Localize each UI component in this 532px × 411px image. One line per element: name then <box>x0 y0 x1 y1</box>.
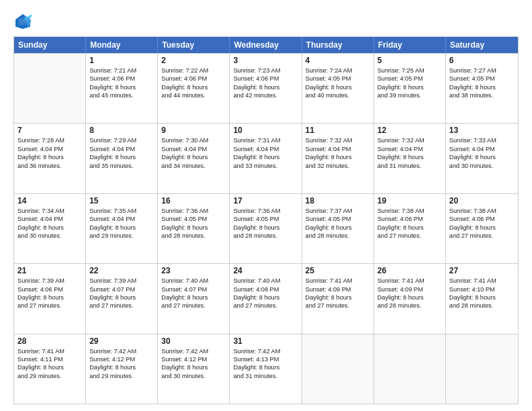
cal-cell: 21Sunrise: 7:39 AMSunset: 4:06 PMDayligh… <box>14 264 86 333</box>
cal-cell: 11Sunrise: 7:32 AMSunset: 4:04 PMDayligh… <box>302 124 374 193</box>
cal-header-friday: Friday <box>374 37 446 53</box>
cal-day-number: 14 <box>17 196 82 205</box>
cal-day-number: 13 <box>449 126 515 135</box>
cal-cell: 26Sunrise: 7:41 AMSunset: 4:09 PMDayligh… <box>374 264 446 333</box>
cal-day-number: 15 <box>89 196 154 205</box>
cal-day-number: 25 <box>306 266 370 275</box>
cal-day-number: 19 <box>378 196 442 205</box>
cal-cell-text: Sunrise: 7:32 AMSunset: 4:04 PMDaylight:… <box>378 136 442 170</box>
cal-cell: 4Sunrise: 7:24 AMSunset: 4:05 PMDaylight… <box>302 54 374 123</box>
cal-cell: 20Sunrise: 7:38 AMSunset: 4:06 PMDayligh… <box>446 194 518 263</box>
cal-cell-text: Sunrise: 7:35 AMSunset: 4:04 PMDaylight:… <box>89 207 154 240</box>
cal-day-number: 30 <box>161 336 226 346</box>
cal-cell-text: Sunrise: 7:36 AMSunset: 4:05 PMDaylight:… <box>233 207 298 240</box>
cal-cell <box>302 334 374 404</box>
cal-week-5: 28Sunrise: 7:41 AMSunset: 4:11 PMDayligh… <box>14 334 518 404</box>
cal-cell: 17Sunrise: 7:36 AMSunset: 4:05 PMDayligh… <box>230 194 302 263</box>
cal-cell: 5Sunrise: 7:25 AMSunset: 4:05 PMDaylight… <box>374 54 446 123</box>
cal-header-tuesday: Tuesday <box>158 37 230 53</box>
cal-cell-text: Sunrise: 7:41 AMSunset: 4:09 PMDaylight:… <box>378 277 442 310</box>
cal-day-number: 7 <box>17 126 82 135</box>
cal-week-3: 14Sunrise: 7:34 AMSunset: 4:04 PMDayligh… <box>14 193 518 263</box>
cal-cell <box>374 334 446 404</box>
calendar: SundayMondayTuesdayWednesdayThursdayFrid… <box>13 36 519 404</box>
calendar-body: 1Sunrise: 7:21 AMSunset: 4:06 PMDaylight… <box>14 53 518 404</box>
cal-cell-text: Sunrise: 7:34 AMSunset: 4:04 PMDaylight:… <box>17 207 82 240</box>
cal-day-number: 17 <box>233 196 298 205</box>
cal-cell-text: Sunrise: 7:27 AMSunset: 4:05 PMDaylight:… <box>449 66 515 100</box>
cal-cell-text: Sunrise: 7:24 AMSunset: 4:05 PMDaylight:… <box>306 66 370 100</box>
cal-day-number: 4 <box>306 56 370 65</box>
cal-cell: 23Sunrise: 7:40 AMSunset: 4:07 PMDayligh… <box>158 264 230 333</box>
cal-header-thursday: Thursday <box>302 37 374 53</box>
cal-cell-text: Sunrise: 7:41 AMSunset: 4:09 PMDaylight:… <box>306 277 370 310</box>
cal-day-number: 5 <box>378 56 442 65</box>
cal-cell-text: Sunrise: 7:40 AMSunset: 4:08 PMDaylight:… <box>233 277 298 310</box>
cal-day-number: 12 <box>378 126 442 135</box>
cal-cell: 18Sunrise: 7:37 AMSunset: 4:05 PMDayligh… <box>302 194 374 263</box>
cal-cell-text: Sunrise: 7:21 AMSunset: 4:06 PMDaylight:… <box>89 66 154 100</box>
cal-day-number: 26 <box>378 266 442 275</box>
cal-cell: 31Sunrise: 7:42 AMSunset: 4:13 PMDayligh… <box>230 334 302 404</box>
cal-cell: 15Sunrise: 7:35 AMSunset: 4:04 PMDayligh… <box>86 194 158 263</box>
cal-day-number: 3 <box>233 56 298 65</box>
cal-cell: 6Sunrise: 7:27 AMSunset: 4:05 PMDaylight… <box>446 54 518 123</box>
cal-day-number: 11 <box>306 126 370 135</box>
cal-cell-text: Sunrise: 7:41 AMSunset: 4:11 PMDaylight:… <box>17 347 82 381</box>
cal-cell: 8Sunrise: 7:29 AMSunset: 4:04 PMDaylight… <box>86 124 158 193</box>
cal-cell-text: Sunrise: 7:22 AMSunset: 4:06 PMDaylight:… <box>161 66 226 100</box>
cal-header-wednesday: Wednesday <box>230 37 302 53</box>
cal-cell: 16Sunrise: 7:36 AMSunset: 4:05 PMDayligh… <box>158 194 230 263</box>
cal-cell: 3Sunrise: 7:23 AMSunset: 4:06 PMDaylight… <box>230 54 302 123</box>
cal-day-number: 28 <box>17 336 82 346</box>
cal-cell: 14Sunrise: 7:34 AMSunset: 4:04 PMDayligh… <box>14 194 86 263</box>
cal-cell: 25Sunrise: 7:41 AMSunset: 4:09 PMDayligh… <box>302 264 374 333</box>
cal-week-2: 7Sunrise: 7:28 AMSunset: 4:04 PMDaylight… <box>14 123 518 193</box>
cal-day-number: 8 <box>89 126 154 135</box>
cal-day-number: 27 <box>449 266 515 275</box>
cal-cell-text: Sunrise: 7:41 AMSunset: 4:10 PMDaylight:… <box>449 277 515 310</box>
calendar-header: SundayMondayTuesdayWednesdayThursdayFrid… <box>14 37 518 53</box>
cal-week-4: 21Sunrise: 7:39 AMSunset: 4:06 PMDayligh… <box>14 263 518 333</box>
cal-cell-text: Sunrise: 7:39 AMSunset: 4:07 PMDaylight:… <box>89 277 154 310</box>
cal-cell: 9Sunrise: 7:30 AMSunset: 4:04 PMDaylight… <box>158 124 230 193</box>
cal-day-number: 23 <box>161 266 226 275</box>
cal-cell-text: Sunrise: 7:36 AMSunset: 4:05 PMDaylight:… <box>161 207 226 240</box>
cal-header-sunday: Sunday <box>14 37 86 53</box>
cal-day-number: 6 <box>449 56 515 65</box>
cal-cell <box>14 54 86 123</box>
cal-cell: 1Sunrise: 7:21 AMSunset: 4:06 PMDaylight… <box>86 54 158 123</box>
cal-week-1: 1Sunrise: 7:21 AMSunset: 4:06 PMDaylight… <box>14 53 518 123</box>
cal-day-number: 24 <box>233 266 298 275</box>
cal-cell-text: Sunrise: 7:32 AMSunset: 4:04 PMDaylight:… <box>306 136 370 170</box>
cal-cell: 27Sunrise: 7:41 AMSunset: 4:10 PMDayligh… <box>446 264 518 333</box>
cal-day-number: 10 <box>233 126 298 135</box>
cal-cell-text: Sunrise: 7:39 AMSunset: 4:06 PMDaylight:… <box>17 277 82 310</box>
cal-cell: 13Sunrise: 7:33 AMSunset: 4:04 PMDayligh… <box>446 124 518 193</box>
cal-cell: 7Sunrise: 7:28 AMSunset: 4:04 PMDaylight… <box>14 124 86 193</box>
cal-cell <box>446 334 518 404</box>
cal-cell: 2Sunrise: 7:22 AMSunset: 4:06 PMDaylight… <box>158 54 230 123</box>
cal-cell: 29Sunrise: 7:42 AMSunset: 4:12 PMDayligh… <box>86 334 158 404</box>
cal-cell-text: Sunrise: 7:38 AMSunset: 4:06 PMDaylight:… <box>449 207 515 240</box>
cal-cell-text: Sunrise: 7:25 AMSunset: 4:05 PMDaylight:… <box>378 66 442 100</box>
cal-header-saturday: Saturday <box>446 37 518 53</box>
cal-header-monday: Monday <box>86 37 158 53</box>
cal-cell-text: Sunrise: 7:37 AMSunset: 4:05 PMDaylight:… <box>306 207 370 240</box>
logo-icon <box>13 12 32 31</box>
cal-day-number: 29 <box>89 336 154 346</box>
cal-cell-text: Sunrise: 7:42 AMSunset: 4:12 PMDaylight:… <box>161 347 226 381</box>
cal-day-number: 16 <box>161 196 226 205</box>
cal-day-number: 20 <box>449 196 515 205</box>
cal-cell-text: Sunrise: 7:23 AMSunset: 4:06 PMDaylight:… <box>233 66 298 100</box>
cal-day-number: 18 <box>306 196 370 205</box>
cal-cell: 12Sunrise: 7:32 AMSunset: 4:04 PMDayligh… <box>374 124 446 193</box>
cal-cell: 19Sunrise: 7:38 AMSunset: 4:06 PMDayligh… <box>374 194 446 263</box>
cal-cell-text: Sunrise: 7:30 AMSunset: 4:04 PMDaylight:… <box>161 136 226 170</box>
cal-day-number: 31 <box>233 336 298 346</box>
cal-cell-text: Sunrise: 7:42 AMSunset: 4:12 PMDaylight:… <box>89 347 154 381</box>
cal-day-number: 21 <box>17 266 82 275</box>
cal-day-number: 2 <box>161 56 226 65</box>
cal-cell-text: Sunrise: 7:33 AMSunset: 4:04 PMDaylight:… <box>449 136 515 170</box>
cal-day-number: 9 <box>161 126 226 135</box>
